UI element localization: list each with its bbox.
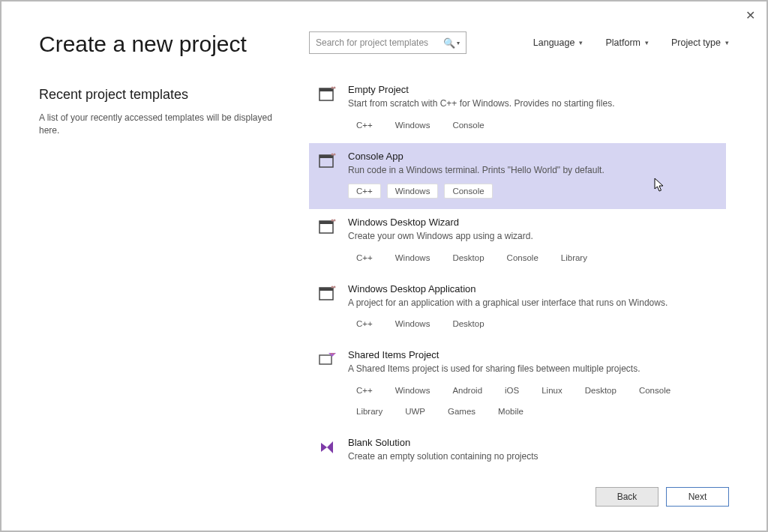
template-desc: A Shared Items project is used for shari… xyxy=(348,363,717,375)
template-tag: Library xyxy=(348,404,391,419)
search-box[interactable]: 🔍 ▾ xyxy=(309,31,466,54)
search-icon[interactable]: 🔍 xyxy=(443,37,455,49)
template-body: Empty ProjectStart from scratch with C++… xyxy=(348,84,717,133)
template-list[interactable]: Empty ProjectStart from scratch with C++… xyxy=(309,76,729,475)
template-title: Empty Project xyxy=(348,84,717,95)
svg-rect-9 xyxy=(320,221,333,224)
template-desc: Run code in a Windows terminal. Prints "… xyxy=(348,165,717,177)
right-column: 🔍 ▾ Language ▾ Platform ▾ Project type ▾ xyxy=(309,31,729,475)
template-body: Shared Items ProjectA Shared Items proje… xyxy=(348,349,717,419)
platform-filter[interactable]: Platform ▾ xyxy=(605,37,649,48)
template-item[interactable]: Console AppRun code in a Windows termina… xyxy=(309,143,726,210)
svg-point-10 xyxy=(332,220,334,222)
template-desc: Start from scratch with C++ for Windows.… xyxy=(348,98,717,110)
recent-templates-heading: Recent project templates xyxy=(39,87,294,103)
next-button[interactable]: Next xyxy=(666,487,729,507)
template-tag: Desktop xyxy=(444,316,492,331)
template-icon xyxy=(318,218,336,236)
back-button-label: Back xyxy=(617,492,638,502)
template-tag: Desktop xyxy=(444,250,492,265)
template-tag: C++ xyxy=(348,383,381,398)
template-icon xyxy=(318,285,336,303)
template-item[interactable]: Windows Desktop WizardCreate your own Wi… xyxy=(309,209,726,276)
template-item[interactable]: Empty ProjectStart from scratch with C++… xyxy=(309,76,726,143)
template-tag: Linux xyxy=(533,383,571,398)
template-title: Windows Desktop Application xyxy=(348,283,717,294)
template-title: Shared Items Project xyxy=(348,349,717,360)
template-item[interactable]: Shared Items ProjectA Shared Items proje… xyxy=(309,342,726,429)
template-tag: Windows xyxy=(387,316,439,331)
left-column: Create a new project Recent project temp… xyxy=(39,31,309,475)
close-button[interactable]: ✕ xyxy=(742,7,758,22)
template-tag: iOS xyxy=(496,383,527,398)
template-desc: A project for an application with a grap… xyxy=(348,297,717,309)
template-item[interactable]: Windows Desktop ApplicationA project for… xyxy=(309,276,726,342)
template-title: Console App xyxy=(348,151,717,162)
template-tags: C++WindowsDesktopConsoleLibrary xyxy=(348,250,717,265)
top-controls: 🔍 ▾ Language ▾ Platform ▾ Project type ▾ xyxy=(309,31,729,54)
chevron-down-icon: ▾ xyxy=(725,39,729,46)
template-body: Windows Desktop ApplicationA project for… xyxy=(348,283,717,332)
template-icon xyxy=(318,85,336,103)
template-tag: Library xyxy=(553,250,596,265)
template-body: Blank SolutionCreate an empty solution c… xyxy=(348,437,717,475)
template-icon xyxy=(318,351,336,369)
chevron-down-icon: ▾ xyxy=(645,39,649,46)
template-tags: C++WindowsDesktop xyxy=(348,316,717,331)
search-input[interactable] xyxy=(316,37,440,48)
template-tag: Console xyxy=(444,118,492,133)
svg-point-17 xyxy=(331,353,332,354)
next-button-label: Next xyxy=(688,492,707,502)
search-dropdown-icon[interactable]: ▾ xyxy=(457,40,460,46)
svg-point-14 xyxy=(332,285,334,288)
template-tag: Games xyxy=(440,404,484,419)
svg-point-18 xyxy=(333,353,334,354)
template-body: Console AppRun code in a Windows termina… xyxy=(348,151,717,199)
template-tag: Windows xyxy=(387,184,439,199)
svg-rect-16 xyxy=(320,355,332,364)
svg-point-2 xyxy=(332,87,334,89)
page-title: Create a new project xyxy=(39,31,294,57)
template-tag: Console xyxy=(631,383,679,398)
svg-rect-13 xyxy=(320,288,333,291)
template-tag: C++ xyxy=(348,250,381,265)
template-icon xyxy=(318,438,336,456)
template-tags: C++WindowsConsole xyxy=(348,184,717,199)
template-tag: Windows xyxy=(387,250,439,265)
template-tag: Mobile xyxy=(490,404,532,419)
template-item[interactable]: Blank SolutionCreate an empty solution c… xyxy=(309,429,726,475)
template-desc: Create an empty solution containing no p… xyxy=(348,451,717,463)
template-tag: C++ xyxy=(348,118,381,133)
svg-point-7 xyxy=(334,153,336,155)
template-body: Windows Desktop WizardCreate your own Wi… xyxy=(348,217,717,265)
svg-point-11 xyxy=(334,220,336,222)
template-tag: Console xyxy=(499,250,547,265)
dialog-footer: Back Next xyxy=(39,475,729,516)
template-tag: Windows xyxy=(387,118,439,133)
template-tag: C++ xyxy=(348,184,381,199)
template-title: Blank Solution xyxy=(348,437,717,448)
template-tag: Console xyxy=(444,184,492,199)
template-tags: C++WindowsAndroidiOSLinuxDesktopConsoleL… xyxy=(348,383,717,419)
project-type-filter[interactable]: Project type ▾ xyxy=(671,37,729,48)
svg-point-6 xyxy=(332,153,334,155)
close-icon: ✕ xyxy=(746,8,755,22)
template-icon xyxy=(318,152,336,170)
platform-filter-label: Platform xyxy=(605,37,640,48)
language-filter-label: Language xyxy=(533,37,575,48)
language-filter[interactable]: Language ▾ xyxy=(533,37,584,48)
recent-templates-desc: A list of your recently accessed templat… xyxy=(39,112,294,137)
chevron-down-icon: ▾ xyxy=(579,39,583,46)
template-tag: Windows xyxy=(387,383,439,398)
template-desc: Create your own Windows app using a wiza… xyxy=(348,231,717,243)
svg-point-15 xyxy=(334,285,336,288)
template-tags: C++WindowsConsole xyxy=(348,118,717,133)
back-button[interactable]: Back xyxy=(596,487,658,507)
template-tag: C++ xyxy=(348,316,381,331)
project-type-filter-label: Project type xyxy=(671,37,721,48)
template-tag: Android xyxy=(444,383,490,398)
svg-point-3 xyxy=(334,87,336,89)
svg-rect-5 xyxy=(320,155,333,158)
template-tag: UWP xyxy=(397,404,434,419)
template-tag: Desktop xyxy=(577,383,625,398)
